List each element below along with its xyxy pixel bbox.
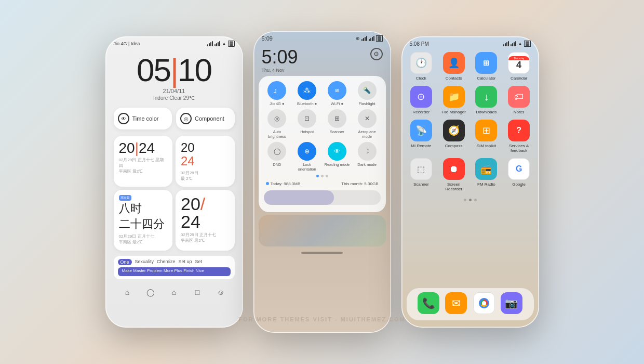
scanner-app-icon[interactable]: ⬚ (410, 158, 432, 180)
time-color-button[interactable]: 👁 Time color (114, 108, 172, 129)
widget-2: 2024 02月29日最 2℃ (176, 136, 235, 187)
autobrightness-button[interactable]: ◎ (267, 109, 286, 128)
dock-messages[interactable]: ✉ (445, 292, 467, 314)
dock-chrome[interactable] (473, 292, 495, 314)
cc-row-2: ◎ Auto brightness ⊡ Hotspot ⊞ Scanner (264, 109, 381, 139)
miremote-icon[interactable]: 📡 (410, 120, 432, 141)
app-calculator[interactable]: ⊞ Calculator (473, 52, 500, 81)
app-fmradio[interactable]: 📻 FM Radio (473, 158, 500, 191)
services-icon[interactable]: ? (508, 120, 530, 141)
widget-3: 现在是 八时二十四分 02月29日 正月十七平南区 最2℃ (114, 190, 173, 250)
data-dot (266, 182, 269, 185)
cc-hotspot[interactable]: ⊡ Hotspot (293, 109, 320, 139)
phone-3: 5:08 PM ▲ ▓ 🕐 Clock 👤 Contacts (401, 36, 539, 328)
tab-set[interactable]: Set (195, 259, 203, 265)
hotspot-button[interactable]: ⊡ (298, 109, 316, 128)
p3-dot-2 (469, 199, 472, 201)
clock-display: 05|10 (116, 54, 233, 86)
readingmode-button[interactable]: 👁 (328, 142, 346, 161)
google-logo: G (516, 164, 522, 174)
data-today: Today: 988.3MB (271, 181, 301, 186)
notes-icon[interactable]: 🏷 (508, 86, 530, 108)
wifi-icon: ▲ (222, 41, 226, 46)
darkmode-label: Dark mode (357, 162, 377, 167)
tabs-row: One Sexuality Chemize Set up Set (114, 256, 235, 267)
app-contacts[interactable]: 👤 Contacts (440, 52, 467, 81)
cc-wifi[interactable]: ≋ Wi-Fi ● (324, 81, 351, 106)
contacts-icon[interactable]: 👤 (443, 52, 465, 74)
downloads-label: Downloads (476, 110, 497, 114)
app-simtoolkit[interactable]: ⊞ SIM toolkit (473, 120, 500, 153)
fmradio-icon[interactable]: 📻 (475, 158, 497, 180)
widget-grid: 20|24 02月29日 正月十七 星期四平南区 最2℃ 2024 02月29日… (105, 134, 243, 253)
app-services[interactable]: ? Services &feedback (505, 120, 533, 153)
cc-darkmode[interactable]: ☽ Dark mode (354, 142, 381, 172)
app-screenrecorder[interactable]: ⏺ ScreenRecorder (440, 158, 467, 191)
recorder-icon[interactable]: ⊙ (410, 86, 432, 108)
app-calendar[interactable]: Thursday 4 Calendar (505, 52, 533, 81)
cc-bluetooth[interactable]: ⁂ Bluetooth ● (293, 81, 320, 106)
cc-scanner[interactable]: ⊞ Scanner (324, 109, 351, 139)
home-indicator[interactable] (301, 252, 343, 254)
nav-menu[interactable]: ☺ (215, 287, 226, 298)
dnd-button[interactable]: ◯ (267, 142, 286, 161)
google-icon[interactable]: G (508, 158, 530, 180)
app-filemanager[interactable]: 📁 File Manager (440, 86, 467, 114)
calendar-day: 4 (516, 60, 521, 70)
nav-recent-apps[interactable]: □ (192, 287, 203, 298)
cc-autobrightness[interactable]: ◎ Auto brightness (264, 109, 291, 139)
services-label: Services &feedback (509, 144, 529, 153)
cc-jio4g[interactable]: J Jio 4G ● (264, 81, 291, 106)
signal-icon-4 (369, 36, 374, 41)
widget-clock-2: 2024 (181, 141, 230, 168)
wifi-button[interactable]: ≋ (328, 81, 346, 100)
dock-camera[interactable]: 📷 (501, 292, 522, 314)
screenrecorder-icon[interactable]: ⏺ (443, 158, 465, 180)
app-miremote[interactable]: 📡 MI Remote (408, 120, 435, 153)
cc-lockorientation[interactable]: ⊕ Lock orientation (293, 142, 320, 172)
simtoolkit-icon[interactable]: ⊞ (475, 120, 497, 141)
signal-icon-5 (503, 41, 509, 46)
airplane-button[interactable]: ✕ (358, 109, 377, 128)
app-notes[interactable]: 🏷 Notes (505, 86, 533, 114)
settings-button[interactable]: ⚙ (370, 48, 383, 60)
dock-phone[interactable]: 📞 (418, 292, 439, 314)
tab-sexuality[interactable]: Sexuality (135, 259, 154, 265)
filemanager-icon[interactable]: 📁 (443, 86, 465, 108)
signal-icon-2 (214, 41, 220, 46)
downloads-icon[interactable]: ↓ (475, 86, 497, 108)
app-scanner[interactable]: ⬚ Scanner (408, 158, 435, 191)
scanner-button[interactable]: ⊞ (328, 109, 346, 128)
cc-airplane[interactable]: ✕ Aeroplane mode (354, 109, 381, 139)
clock-icon[interactable]: 🕐 (410, 52, 432, 74)
watermark: FOR MORE THEMES VISIT - MIUITHEMEZ.COM (238, 316, 406, 322)
app-recorder[interactable]: ⊙ Recorder (408, 86, 435, 114)
flashlight-button[interactable]: 🔦 (358, 81, 377, 100)
status-bar-3: 5:08 PM ▲ ▓ (401, 36, 539, 49)
jio4g-button[interactable]: J (267, 81, 286, 100)
tab-setup[interactable]: Set up (179, 259, 192, 265)
app-clock[interactable]: 🕐 Clock (408, 52, 435, 81)
tabs-subtitle: Make Master Problem More Plus Finish Nic… (118, 267, 231, 276)
lockorientation-button[interactable]: ⊕ (298, 142, 316, 161)
brightness-slider[interactable] (264, 190, 381, 205)
component-button[interactable]: ◎ Component (176, 108, 235, 129)
bluetooth-button[interactable]: ⁂ (298, 81, 316, 100)
cc-readingmode[interactable]: 👁 Reading mode (324, 142, 351, 172)
calendar-icon[interactable]: Thursday 4 (508, 52, 530, 74)
darkmode-button[interactable]: ☽ (358, 142, 377, 161)
app-compass[interactable]: 🧭 Compass (440, 120, 467, 153)
app-downloads[interactable]: ↓ Downloads (473, 86, 500, 114)
app-google[interactable]: G Google (505, 158, 533, 191)
tab-one[interactable]: One (118, 259, 132, 265)
signal-icon-3 (361, 36, 367, 41)
compass-icon[interactable]: 🧭 (443, 120, 465, 141)
nav-back[interactable]: ⌂ (122, 287, 133, 298)
cc-dnd[interactable]: ◯ DND (264, 142, 291, 172)
nav-recents[interactable]: ◯ (145, 287, 156, 298)
cc-flashlight[interactable]: 🔦 Flashlight (354, 81, 381, 106)
calculator-icon[interactable]: ⊞ (475, 52, 497, 74)
autobrightness-label: Auto brightness (264, 129, 291, 139)
nav-home[interactable]: ⌂ (168, 287, 180, 298)
tab-chemize[interactable]: Chemize (157, 259, 176, 265)
